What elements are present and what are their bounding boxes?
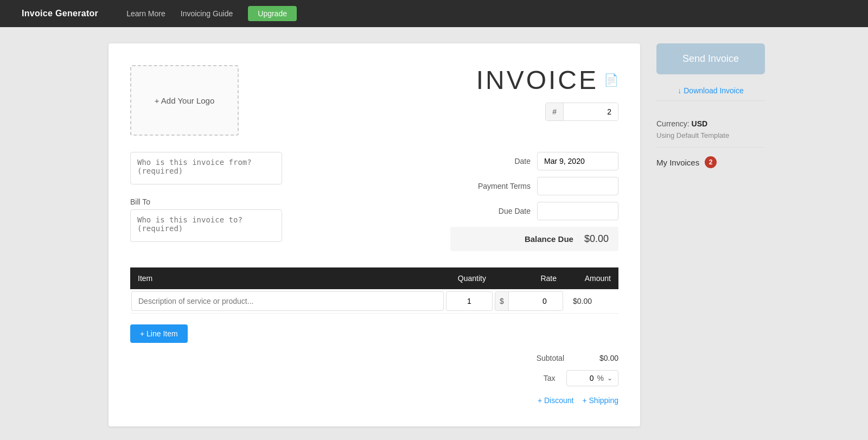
invoice-number-input[interactable] [564, 103, 618, 120]
date-label: Date [465, 157, 531, 165]
item-desc-cell [130, 289, 445, 314]
rate-input[interactable] [509, 292, 552, 310]
tax-row: Tax % ⌄ [544, 370, 618, 386]
col-amount: Amount [564, 267, 618, 289]
nav-links: Learn More Invoicing Guide Upgrade [126, 6, 297, 21]
my-invoices-label: My Invoices [656, 158, 699, 167]
table-header: Item Quantity Rate Amount [130, 267, 618, 289]
invoice-title-section: INVOICE 📄 # [476, 65, 618, 121]
sidebar: Send Invoice ↓ Download Invoice Currency… [640, 43, 760, 426]
my-invoices-badge: 2 [705, 156, 717, 168]
item-amount-value: $0.00 [565, 292, 599, 310]
discount-link[interactable]: + Discount [538, 396, 574, 405]
download-invoice-link[interactable]: ↓ Download Invoice [656, 81, 765, 101]
item-qty-cell [445, 289, 494, 314]
col-rate: Rate [494, 267, 564, 289]
balance-due-row: Balance Due $0.00 [450, 227, 618, 251]
brand-name: Invoice Generator [22, 9, 98, 18]
invoice-number-row: # [545, 103, 618, 121]
tax-input-wrapper: % ⌄ [566, 370, 618, 386]
invoice-hash: # [546, 103, 564, 120]
download-icon: ↓ [678, 86, 681, 95]
currency-row: Currency: USD [656, 119, 765, 128]
logo-placeholder-text: + Add Your Logo [155, 96, 215, 105]
main-layout: + Add Your Logo INVOICE 📄 # Bi [0, 27, 868, 440]
payment-terms-label: Payment Terms [465, 182, 531, 190]
table-body: $ $0.00 [130, 289, 618, 314]
table-row: $ $0.00 [130, 289, 618, 314]
balance-due-amount: $0.00 [584, 233, 609, 245]
payment-terms-row: Payment Terms [465, 177, 618, 195]
rate-cell-wrapper: $ [495, 291, 563, 311]
currency-value: USD [692, 119, 708, 128]
subtotal-value: $0.00 [575, 354, 618, 362]
send-invoice-button[interactable]: Send Invoice [656, 43, 765, 74]
item-amount-cell: $0.00 [564, 289, 618, 314]
item-desc-input[interactable] [131, 291, 444, 311]
navbar: Invoice Generator Learn More Invoicing G… [0, 0, 868, 27]
item-rate-cell: $ [494, 289, 564, 314]
middle-section: Bill To Date Payment Terms Due Date [130, 152, 618, 251]
date-row: Date [465, 152, 618, 170]
currency-section: Currency: USD Using Default Template [656, 112, 765, 148]
items-table: Item Quantity Rate Amount $ [130, 267, 618, 314]
template-label: Using Default Template [656, 131, 765, 139]
rate-prefix: $ [495, 292, 509, 310]
item-qty-input[interactable] [446, 291, 493, 311]
bill-section: Bill To [130, 197, 450, 244]
right-fields: Date Payment Terms Due Date Balance Due … [450, 152, 618, 251]
col-quantity: Quantity [445, 267, 494, 289]
due-date-label: Due Date [465, 207, 531, 215]
discount-shipping-row: + Discount + Shipping [538, 396, 618, 405]
invoice-title: INVOICE 📄 [476, 65, 618, 95]
tax-chevron-icon[interactable]: ⌄ [607, 374, 612, 382]
tax-percent-symbol: % [597, 374, 604, 382]
left-fields: Bill To [130, 152, 450, 251]
currency-label: Currency: [656, 119, 690, 128]
download-invoice-label: Download Invoice [684, 86, 744, 95]
from-section [130, 152, 450, 187]
from-input[interactable] [130, 152, 282, 184]
date-input[interactable] [537, 152, 618, 170]
subtotal-row: Subtotal $0.00 [521, 354, 618, 362]
tax-label: Tax [544, 374, 556, 382]
bill-to-label: Bill To [130, 197, 450, 206]
col-item: Item [130, 267, 445, 289]
subtotal-label: Subtotal [521, 354, 564, 362]
nav-invoicing-guide[interactable]: Invoicing Guide [181, 9, 233, 18]
payment-terms-input[interactable] [537, 177, 618, 195]
balance-due-label: Balance Due [460, 234, 573, 244]
invoice-icon: 📄 [604, 73, 618, 87]
upgrade-button[interactable]: Upgrade [248, 6, 297, 21]
invoice-word: INVOICE [476, 65, 598, 95]
logo-upload-area[interactable]: + Add Your Logo [130, 65, 239, 136]
nav-learn-more[interactable]: Learn More [126, 9, 165, 18]
add-line-item-button[interactable]: + Line Item [130, 324, 188, 343]
bill-to-input[interactable] [130, 209, 282, 242]
tax-input[interactable] [572, 374, 594, 382]
my-invoices-row: My Invoices 2 [656, 148, 765, 177]
totals-section: Subtotal $0.00 Tax % ⌄ + Discount + Ship… [130, 354, 618, 405]
due-date-row: Due Date [465, 202, 618, 220]
invoice-card: + Add Your Logo INVOICE 📄 # Bi [108, 43, 640, 426]
invoice-header: + Add Your Logo INVOICE 📄 # [130, 65, 618, 136]
shipping-link[interactable]: + Shipping [582, 396, 618, 405]
due-date-input[interactable] [537, 202, 618, 220]
